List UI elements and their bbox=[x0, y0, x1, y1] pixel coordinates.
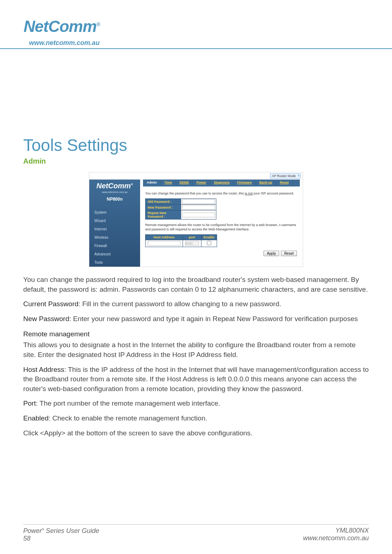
text-new-password: : Enter your new password and type it ag… bbox=[69, 315, 358, 323]
rm-header-host: Host Address bbox=[146, 234, 183, 240]
apply-button[interactable]: Apply bbox=[264, 251, 279, 256]
rm-header-port: port bbox=[183, 234, 201, 240]
para-host-address: Host Address: This is the IP address of … bbox=[23, 365, 369, 394]
sidebar-item-system[interactable]: System bbox=[89, 208, 140, 217]
para-enabled: Enabled: Check to enable the remote mana… bbox=[23, 414, 369, 423]
tab-diagnosis[interactable]: Diagnosis bbox=[210, 180, 233, 186]
footer-guide-suffix: Series User Guide bbox=[44, 527, 99, 534]
para-current-password: Current Password: Fill in the current pa… bbox=[23, 299, 369, 309]
password-description: You can change the password that you use… bbox=[143, 192, 300, 198]
password-table: Old Password : New Password : Repeat New… bbox=[145, 198, 216, 219]
label-port: Port bbox=[23, 399, 36, 407]
old-password-label: Old Password : bbox=[146, 199, 181, 205]
repeat-password-label: Repeat New Password : bbox=[146, 210, 181, 219]
mode-select[interactable]: AP Router Mode bbox=[270, 173, 301, 178]
section-admin: Admin bbox=[23, 157, 369, 165]
router-admin-screenshot: AP Router Mode NetComm® www.netcomm.com.… bbox=[89, 172, 303, 267]
sidebar-item-wireless[interactable]: Wireless bbox=[89, 233, 140, 242]
tab-time[interactable]: Time bbox=[161, 180, 176, 186]
footer-guide-prefix: Power bbox=[23, 527, 42, 534]
document-body: You can change the password required to … bbox=[23, 275, 369, 438]
mode-bar: AP Router Mode bbox=[89, 172, 303, 180]
rm-header-enable: Enable bbox=[201, 234, 217, 240]
page-footer: Powern Series User Guide 58 YML800NX www… bbox=[0, 524, 392, 542]
pw-desc-isnot: is not bbox=[245, 192, 253, 195]
host-address-input[interactable] bbox=[148, 241, 180, 246]
footer-guide: Powern Series User Guide bbox=[23, 527, 99, 534]
router-sidebar: NetComm® www.netcomm.com.au NP800n Syste… bbox=[89, 180, 140, 267]
enable-checkbox[interactable] bbox=[207, 241, 211, 245]
remote-management-table: Host Address port Enable bbox=[145, 234, 217, 247]
page-title: Tools Settings bbox=[23, 135, 369, 155]
registered-mark: ® bbox=[97, 21, 100, 27]
text-enabled: : Check to enable the remote management … bbox=[49, 414, 207, 422]
remote-description: Remote management allows the router to b… bbox=[143, 223, 300, 234]
sidebar-item-internet[interactable]: Internet bbox=[89, 225, 140, 233]
pw-desc-a: You can change the password that you use… bbox=[145, 192, 245, 195]
reset-button[interactable]: Reset bbox=[281, 251, 297, 256]
para-apply: Click <Apply> at the bottom of the scree… bbox=[23, 428, 369, 438]
old-password-input[interactable] bbox=[182, 199, 215, 204]
text-port: : The port number of the remote manageme… bbox=[36, 399, 220, 407]
label-current-password: Current Password bbox=[23, 300, 78, 308]
sidebar-item-firewall[interactable]: Firewall bbox=[89, 242, 140, 250]
tab-admin[interactable]: Admin bbox=[143, 180, 161, 186]
brand-url: www.netcomm.com.au bbox=[29, 39, 99, 47]
pw-desc-b: your ISP account password. bbox=[253, 192, 294, 195]
sidebar-item-tools[interactable]: Tools bbox=[89, 258, 140, 267]
new-password-label: New Password : bbox=[146, 205, 181, 210]
para-remote-intro: This allows you to designate a host in t… bbox=[23, 340, 369, 360]
tab-firmware[interactable]: Firmware bbox=[233, 180, 256, 186]
sidebar-item-advanced[interactable]: Advanced bbox=[89, 250, 140, 258]
tab-backup[interactable]: Back-up bbox=[256, 180, 276, 186]
para-port: Port: The port number of the remote mana… bbox=[23, 399, 369, 409]
text-current-password: : Fill in the current password to allow … bbox=[78, 300, 281, 308]
tab-ddns[interactable]: DDNS bbox=[176, 180, 193, 186]
label-new-password: New Password bbox=[23, 315, 69, 323]
footer-url: www.netcomm.com.au bbox=[303, 534, 369, 542]
router-brand: NetComm bbox=[97, 182, 131, 190]
sidebar-item-wizard[interactable]: Wizard bbox=[89, 217, 140, 225]
text-host-address: : This is the IP address of the host in … bbox=[23, 366, 369, 393]
router-model: NP800n bbox=[89, 194, 140, 208]
page-header: NetComm® www.netcomm.com.au bbox=[0, 0, 392, 49]
port-input[interactable] bbox=[185, 241, 199, 246]
page-number: 58 bbox=[23, 535, 30, 542]
tab-power[interactable]: Power bbox=[193, 180, 210, 186]
label-enabled: Enabled bbox=[23, 414, 49, 422]
router-reg: ® bbox=[131, 183, 133, 186]
repeat-password-input[interactable] bbox=[182, 213, 215, 217]
footer-model: YML800NX bbox=[335, 527, 369, 534]
label-host-address: Host Address bbox=[23, 366, 64, 373]
para-new-password: New Password: Enter your new password an… bbox=[23, 314, 369, 324]
brand-text: NetComm bbox=[24, 17, 97, 35]
para-intro: You can change the password required to … bbox=[23, 275, 369, 294]
brand-logo: NetComm® bbox=[24, 17, 100, 36]
router-brand-url: www.netcomm.com.au bbox=[102, 191, 127, 193]
new-password-input[interactable] bbox=[182, 205, 215, 210]
router-logo: NetComm® www.netcomm.com.au bbox=[89, 180, 140, 194]
tab-reset[interactable]: Reset bbox=[276, 180, 293, 186]
heading-remote-management: Remote management bbox=[23, 330, 369, 338]
tools-tabstrip: Admin Time DDNS Power Diagnosis Firmware… bbox=[143, 180, 300, 186]
